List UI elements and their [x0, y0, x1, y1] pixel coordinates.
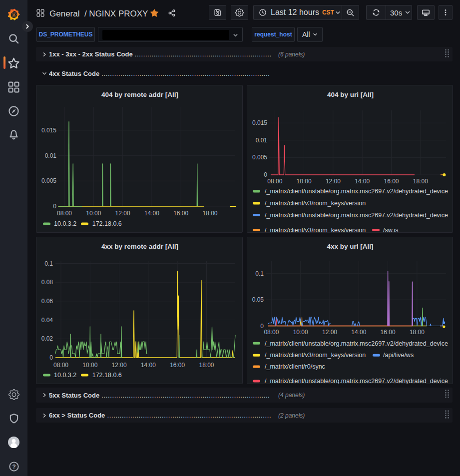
- svg-text:16:00: 16:00: [170, 362, 185, 369]
- svg-text:0.01: 0.01: [256, 137, 268, 144]
- svg-text:12:00: 12:00: [322, 329, 337, 336]
- svg-text:10.0.3.2: 10.0.3.2: [54, 220, 76, 227]
- svg-text:0: 0: [260, 323, 264, 330]
- svg-text:0.08: 0.08: [41, 279, 53, 286]
- svg-text:/api/live/ws: /api/live/ws: [383, 352, 414, 359]
- svg-text:08:00: 08:00: [264, 329, 279, 336]
- svg-text:0.015: 0.015: [252, 119, 267, 126]
- svg-text:/_matrix/client/unstable/org.m: /_matrix/client/unstable/org.matrix.msc2…: [265, 188, 448, 195]
- svg-text:0: 0: [264, 171, 267, 178]
- svg-text:0.02: 0.02: [41, 335, 53, 342]
- svg-text:4xx by uri [All]: 4xx by uri [All]: [327, 243, 373, 250]
- svg-text:08:00: 08:00: [53, 362, 68, 369]
- svg-text:14:00: 14:00: [355, 178, 370, 185]
- svg-text:14:00: 14:00: [141, 362, 156, 369]
- svg-text:14:00: 14:00: [144, 210, 159, 217]
- svg-text:4xx by remote addr [All]: 4xx by remote addr [All]: [101, 243, 178, 250]
- svg-text:12:00: 12:00: [112, 362, 127, 369]
- svg-text:16:00: 16:00: [381, 329, 396, 336]
- svg-text:404 by uri [All]: 404 by uri [All]: [327, 91, 374, 98]
- svg-text:08:00: 08:00: [267, 178, 282, 185]
- svg-text:404 by remote addr [All]: 404 by remote addr [All]: [101, 91, 178, 98]
- svg-text:12:00: 12:00: [115, 210, 130, 217]
- svg-text:0.01: 0.01: [45, 152, 57, 159]
- svg-text:0.1: 0.1: [44, 260, 53, 267]
- svg-text:0.06: 0.06: [41, 298, 53, 305]
- svg-text:172.18.0.6: 172.18.0.6: [92, 372, 122, 379]
- svg-text:0.1: 0.1: [255, 270, 264, 277]
- svg-text:16:00: 16:00: [384, 178, 399, 185]
- svg-text:172.18.0.6: 172.18.0.6: [92, 220, 122, 227]
- svg-text:0.05: 0.05: [252, 296, 264, 303]
- svg-text:10:00: 10:00: [86, 210, 101, 217]
- svg-text:/_matrix/client/unstable/org.m: /_matrix/client/unstable/org.matrix.msc2…: [265, 340, 448, 347]
- svg-text:08:00: 08:00: [57, 210, 72, 217]
- svg-text:/_matrix/client/r0/sync: /_matrix/client/r0/sync: [265, 363, 325, 370]
- svg-text:/_matrix/client/v3/room_keys/v: /_matrix/client/v3/room_keys/version: [265, 200, 366, 207]
- svg-text:10:00: 10:00: [297, 178, 312, 185]
- svg-text:10:00: 10:00: [293, 329, 308, 336]
- svg-text:0.005: 0.005: [41, 177, 56, 184]
- svg-text:18:00: 18:00: [410, 329, 425, 336]
- svg-text:0: 0: [49, 354, 53, 361]
- svg-text:18:00: 18:00: [199, 362, 214, 369]
- svg-text:18:00: 18:00: [413, 178, 428, 185]
- svg-text:0.04: 0.04: [41, 317, 53, 324]
- svg-text:0: 0: [53, 203, 56, 210]
- svg-text:14:00: 14:00: [351, 329, 366, 336]
- svg-text:10.0.3.2: 10.0.3.2: [54, 372, 76, 379]
- svg-text:/_matrix/client/v3/room_keys/v: /_matrix/client/v3/room_keys/version: [265, 227, 366, 233]
- svg-text:/_matrix/client/unstable/org.m: /_matrix/client/unstable/org.matrix.msc2…: [265, 212, 448, 219]
- svg-text:18:00: 18:00: [202, 210, 217, 217]
- svg-text:0.015: 0.015: [41, 127, 56, 134]
- svg-text:10:00: 10:00: [82, 362, 97, 369]
- svg-text:0.005: 0.005: [252, 154, 267, 161]
- svg-text:/sw.js: /sw.js: [383, 227, 399, 233]
- svg-text:/_matrix/client/v3/room_keys/v: /_matrix/client/v3/room_keys/version: [265, 352, 366, 359]
- svg-text:?: ?: [12, 463, 15, 470]
- svg-text:12:00: 12:00: [326, 178, 341, 185]
- svg-text:16:00: 16:00: [173, 210, 188, 217]
- svg-text:/_matrix/client/unstable/org.m: /_matrix/client/unstable/org.matrix.msc2…: [265, 378, 448, 384]
